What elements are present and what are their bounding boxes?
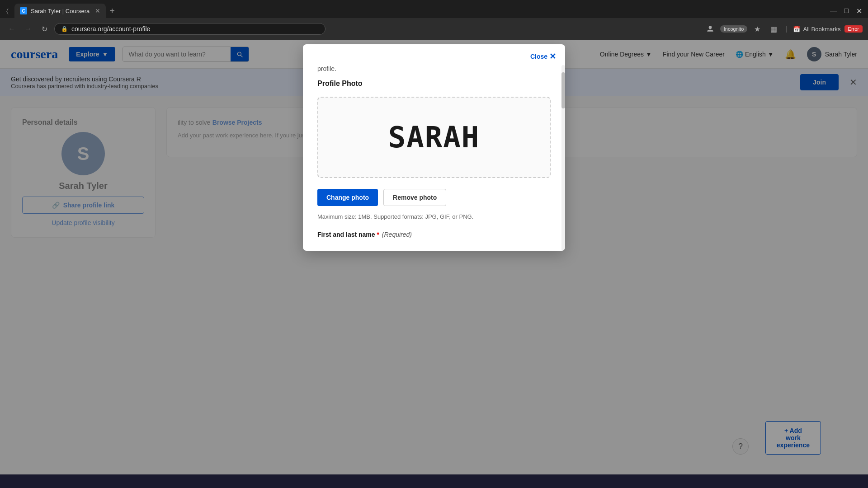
browser-toolbar: ← → ↻ 🔒 coursera.org/account-profile Inc… — [0, 18, 868, 40]
close-window-button[interactable]: ✕ — [854, 5, 864, 16]
tab-scroll-left[interactable]: 〈 — [0, 7, 14, 15]
profile-photo-label: Profile Photo — [317, 80, 551, 88]
forward-button[interactable]: → — [22, 23, 34, 35]
profile-photo-modal: Close ✕ profile. Profile Photo SARAH — [303, 44, 565, 251]
photo-preview-area: SARAH — [317, 97, 551, 178]
maximize-button[interactable]: □ — [841, 5, 852, 16]
new-tab-button[interactable]: + — [106, 6, 118, 16]
modal-body: profile. Profile Photo SARAH Change phot… — [303, 65, 565, 251]
error-badge[interactable]: Error — [844, 25, 863, 33]
browser-tab-active[interactable]: C Sarah Tyler | Coursera ✕ — [14, 4, 106, 18]
modal-close-button[interactable]: Close ✕ — [530, 52, 556, 61]
extension-icon[interactable]: ▦ — [767, 23, 780, 35]
back-button[interactable]: ← — [5, 23, 18, 35]
photo-preview-text: SARAH — [388, 121, 480, 154]
address-text: coursera.org/account-profile — [71, 25, 150, 33]
modal-subtitle: profile. — [317, 65, 551, 72]
remove-photo-button[interactable]: Remove photo — [383, 189, 446, 206]
reload-button[interactable]: ↻ — [38, 23, 51, 35]
toolbar-right: Incognito ★ ▦ | 📅 All Bookmarks Error — [704, 23, 863, 35]
tab-bar: 〈 C Sarah Tyler | Coursera ✕ + ― □ ✕ — [0, 0, 868, 18]
modal-header: Close ✕ — [303, 44, 565, 65]
incognito-icon — [704, 23, 717, 35]
lock-icon: 🔒 — [61, 26, 68, 32]
tab-title: Sarah Tyler | Coursera — [31, 8, 90, 14]
photo-hint-text: Maximum size: 1MB. Supported formats: JP… — [317, 213, 551, 220]
incognito-badge: Incognito — [720, 25, 748, 33]
required-text: (Required) — [382, 231, 412, 238]
modal-scrollbar-thumb[interactable] — [561, 72, 565, 108]
minimize-button[interactable]: ― — [828, 5, 839, 16]
first-last-name-label: First and last name * (Required) — [317, 231, 551, 238]
modal-scrollbar-track[interactable] — [561, 65, 565, 251]
bookmarks-label: 📅 All Bookmarks — [793, 26, 841, 33]
star-icon[interactable]: ★ — [751, 23, 764, 35]
tab-favicon: C — [20, 7, 27, 14]
modal-overlay: Close ✕ profile. Profile Photo SARAH — [0, 40, 868, 474]
change-photo-button[interactable]: Change photo — [317, 189, 378, 206]
close-x-icon: ✕ — [549, 52, 556, 61]
close-label: Close — [530, 53, 547, 60]
window-controls: ― □ ✕ — [828, 5, 868, 16]
required-star: * — [377, 231, 379, 238]
address-bar[interactable]: 🔒 coursera.org/account-profile — [54, 23, 326, 35]
tab-close-button[interactable]: ✕ — [95, 7, 100, 14]
photo-actions: Change photo Remove photo — [317, 189, 551, 206]
